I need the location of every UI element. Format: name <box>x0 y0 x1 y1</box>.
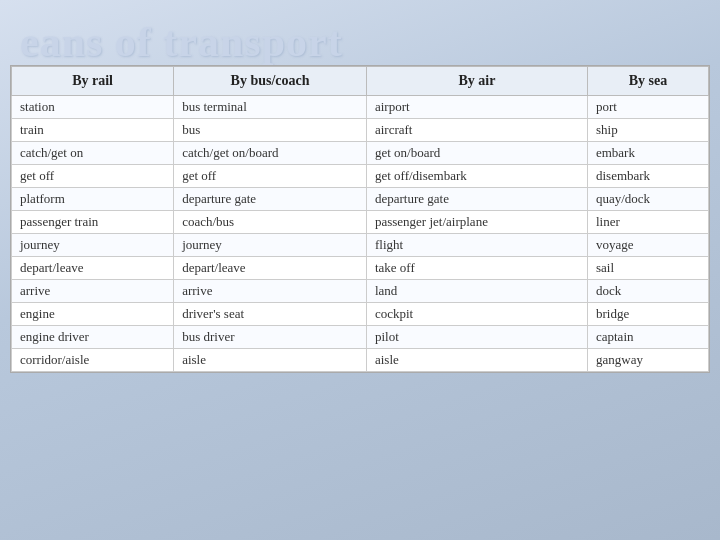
cell-air: aircraft <box>366 119 587 142</box>
cell-bus: bus <box>174 119 367 142</box>
cell-sea: dock <box>587 280 708 303</box>
table-row: journeyjourneyflightvoyage <box>12 234 709 257</box>
cell-rail: get off <box>12 165 174 188</box>
table-row: passenger traincoach/buspassenger jet/ai… <box>12 211 709 234</box>
table-row: platformdeparture gatedeparture gatequay… <box>12 188 709 211</box>
cell-sea: voyage <box>587 234 708 257</box>
cell-rail: depart/leave <box>12 257 174 280</box>
col-air: By air <box>366 67 587 96</box>
cell-air: pilot <box>366 326 587 349</box>
cell-sea: embark <box>587 142 708 165</box>
cell-sea: gangway <box>587 349 708 372</box>
cell-bus: driver's seat <box>174 303 367 326</box>
cell-air: get on/board <box>366 142 587 165</box>
cell-sea: ship <box>587 119 708 142</box>
table-row: corridor/aisleaisleaislegangway <box>12 349 709 372</box>
cell-bus: catch/get on/board <box>174 142 367 165</box>
cell-rail: platform <box>12 188 174 211</box>
cell-sea: quay/dock <box>587 188 708 211</box>
cell-bus: arrive <box>174 280 367 303</box>
cell-bus: depart/leave <box>174 257 367 280</box>
cell-air: cockpit <box>366 303 587 326</box>
cell-rail: engine <box>12 303 174 326</box>
cell-air: take off <box>366 257 587 280</box>
cell-bus: journey <box>174 234 367 257</box>
col-bus: By bus/coach <box>174 67 367 96</box>
cell-air: passenger jet/airplane <box>366 211 587 234</box>
table-row: engine driverbus driverpilotcaptain <box>12 326 709 349</box>
transport-table: By rail By bus/coach By air By sea stati… <box>11 66 709 372</box>
cell-bus: get off <box>174 165 367 188</box>
cell-bus: bus terminal <box>174 96 367 119</box>
cell-air: land <box>366 280 587 303</box>
cell-sea: disembark <box>587 165 708 188</box>
table-row: trainbusaircraftship <box>12 119 709 142</box>
transport-table-container: By rail By bus/coach By air By sea stati… <box>10 65 710 373</box>
cell-rail: arrive <box>12 280 174 303</box>
table-row: arrivearrivelanddock <box>12 280 709 303</box>
cell-rail: train <box>12 119 174 142</box>
cell-rail: catch/get on <box>12 142 174 165</box>
cell-bus: coach/bus <box>174 211 367 234</box>
table-row: catch/get oncatch/get on/boardget on/boa… <box>12 142 709 165</box>
cell-rail: station <box>12 96 174 119</box>
cell-air: aisle <box>366 349 587 372</box>
table-row: enginedriver's seatcockpitbridge <box>12 303 709 326</box>
table-header-row: By rail By bus/coach By air By sea <box>12 67 709 96</box>
table-row: depart/leavedepart/leavetake offsail <box>12 257 709 280</box>
cell-air: get off/disembark <box>366 165 587 188</box>
cell-rail: corridor/aisle <box>12 349 174 372</box>
cell-rail: passenger train <box>12 211 174 234</box>
cell-bus: bus driver <box>174 326 367 349</box>
cell-sea: liner <box>587 211 708 234</box>
cell-bus: departure gate <box>174 188 367 211</box>
col-rail: By rail <box>12 67 174 96</box>
cell-air: departure gate <box>366 188 587 211</box>
table-row: get offget offget off/disembarkdisembark <box>12 165 709 188</box>
col-sea: By sea <box>587 67 708 96</box>
cell-rail: engine driver <box>12 326 174 349</box>
cell-sea: sail <box>587 257 708 280</box>
cell-air: airport <box>366 96 587 119</box>
cell-sea: bridge <box>587 303 708 326</box>
cell-rail: journey <box>12 234 174 257</box>
cell-bus: aisle <box>174 349 367 372</box>
cell-sea: captain <box>587 326 708 349</box>
cell-air: flight <box>366 234 587 257</box>
table-row: stationbus terminalairportport <box>12 96 709 119</box>
cell-sea: port <box>587 96 708 119</box>
